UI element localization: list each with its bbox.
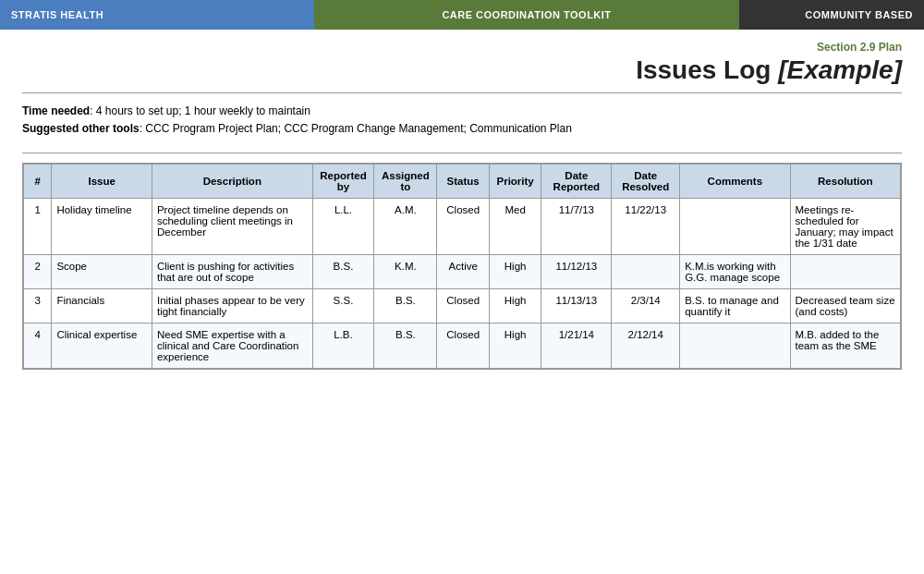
cell-date_reported: 11/13/13 <box>541 289 612 324</box>
col-header-date-resolved: Date Resolved <box>612 165 680 199</box>
header-left: STRATIS HEALTH <box>0 0 314 30</box>
col-header-comments: Comments <box>680 165 790 199</box>
page-title-text: Issues Log <box>636 55 778 84</box>
col-header-priority: Priority <box>489 165 541 199</box>
cell-assigned: K.M. <box>374 255 437 289</box>
col-header-resolution: Resolution <box>790 165 900 199</box>
table-row: 2ScopeClient is pushing for activities t… <box>24 255 901 289</box>
cell-date_resolved: 2/12/14 <box>612 324 680 369</box>
header-center: CARE COORDINATION TOOLKIT <box>314 0 739 30</box>
info-divider <box>22 153 902 153</box>
cell-date_resolved: 11/22/13 <box>612 199 680 255</box>
cell-comments <box>680 199 790 255</box>
title-divider <box>22 92 902 93</box>
cell-assigned: B.S. <box>374 324 437 369</box>
cell-date_reported: 11/7/13 <box>541 199 612 255</box>
cell-description: Project timeline depends on scheduling c… <box>152 199 312 255</box>
cell-description: Need SME expertise with a clinical and C… <box>152 324 312 369</box>
cell-description: Initial phases appear to be very tight f… <box>152 289 312 324</box>
cell-status: Active <box>437 255 489 289</box>
header-right: COMMUNITY BASED <box>739 0 924 30</box>
cell-comments: B.S. to manage and quantify it <box>680 289 790 324</box>
table-row: 3FinancialsInitial phases appear to be v… <box>24 289 901 324</box>
cell-status: Closed <box>437 289 489 324</box>
cell-assigned: B.S. <box>374 289 437 324</box>
col-header-assigned-to: Assigned to <box>374 165 437 199</box>
cell-comments <box>680 324 790 369</box>
cell-num: 3 <box>24 289 52 324</box>
cell-resolution: Meetings re-scheduled for January; may i… <box>790 199 900 255</box>
cell-status: Closed <box>437 199 489 255</box>
issues-table-wrapper: # Issue Description Reported by Assigned… <box>22 163 902 370</box>
cell-resolution <box>790 255 900 289</box>
content-area: Section 2.9 Plan Issues Log [Example] Ti… <box>0 30 924 392</box>
page-title: Issues Log [Example] <box>22 55 902 85</box>
cell-resolution: M.B. added to the team as the SME <box>790 324 900 369</box>
cell-priority: High <box>489 255 541 289</box>
section-label: Section 2.9 Plan <box>22 41 902 54</box>
cell-priority: High <box>489 289 541 324</box>
cell-date_reported: 1/21/14 <box>541 324 612 369</box>
table-row: 4Clinical expertiseNeed SME expertise wi… <box>24 324 901 369</box>
tools-value: : CCC Program Project Plan; CCC Program … <box>140 122 572 135</box>
cell-description: Client is pushing for activities that ar… <box>152 255 312 289</box>
cell-priority: High <box>489 324 541 369</box>
header: STRATIS HEALTH CARE COORDINATION TOOLKIT… <box>0 0 924 30</box>
time-label: Time needed <box>22 104 90 117</box>
cell-date_resolved <box>612 255 680 289</box>
info-block: Time needed: 4 hours to set up; 1 hour w… <box>22 103 902 138</box>
cell-priority: Med <box>489 199 541 255</box>
table-row: 1Holiday timelineProject timeline depend… <box>24 199 901 255</box>
issues-table: # Issue Description Reported by Assigned… <box>23 164 901 369</box>
cell-num: 4 <box>24 324 52 369</box>
cell-issue: Clinical expertise <box>52 324 152 369</box>
cell-status: Closed <box>437 324 489 369</box>
tools-label: Suggested other tools <box>22 122 140 135</box>
col-header-reported-by: Reported by <box>312 165 374 199</box>
col-header-num: # <box>24 165 52 199</box>
cell-reported: S.S. <box>312 289 374 324</box>
cell-reported: B.S. <box>312 255 374 289</box>
cell-issue: Holiday timeline <box>52 199 152 255</box>
table-header-row: # Issue Description Reported by Assigned… <box>24 165 901 199</box>
cell-reported: L.B. <box>312 324 374 369</box>
cell-reported: L.L. <box>312 199 374 255</box>
col-header-status: Status <box>437 165 489 199</box>
cell-issue: Financials <box>52 289 152 324</box>
cell-num: 2 <box>24 255 52 289</box>
cell-resolution: Decreased team size (and costs) <box>790 289 900 324</box>
cell-assigned: A.M. <box>374 199 437 255</box>
time-value: : 4 hours to set up; 1 hour weekly to ma… <box>90 104 310 117</box>
cell-date_resolved: 2/3/14 <box>612 289 680 324</box>
cell-num: 1 <box>24 199 52 255</box>
cell-date_reported: 11/12/13 <box>541 255 612 289</box>
col-header-issue: Issue <box>52 165 152 199</box>
col-header-description: Description <box>152 165 312 199</box>
cell-comments: K.M.is working with G.G. manage scope <box>680 255 790 289</box>
cell-issue: Scope <box>52 255 152 289</box>
page-title-italic: [Example] <box>778 55 902 84</box>
col-header-date-reported: Date Reported <box>541 165 612 199</box>
